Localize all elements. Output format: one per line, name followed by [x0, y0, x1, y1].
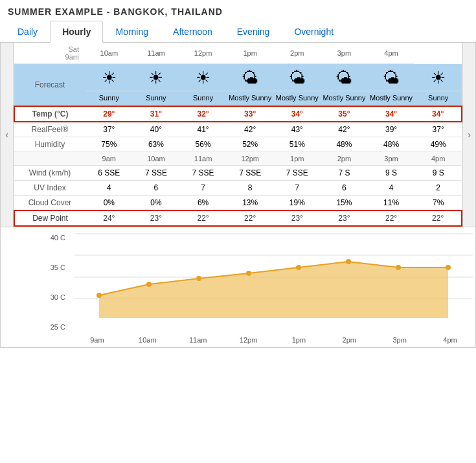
cond-10am: Sunny	[133, 91, 180, 107]
hum-2pm: 48%	[321, 137, 368, 152]
th2-10am: 10am	[133, 152, 180, 166]
dew-9am: 24°	[85, 210, 133, 226]
uv-12pm: 8	[227, 181, 274, 196]
tab-daily[interactable]: Daily	[5, 21, 50, 43]
x-label-10am: 10am	[122, 336, 173, 344]
cloud-12pm: 13%	[227, 196, 274, 211]
time-header-12pm: 12pm	[179, 43, 227, 64]
tab-evening[interactable]: Evening	[225, 21, 282, 43]
tab-afternoon[interactable]: Afternoon	[161, 21, 225, 43]
dew-3pm: 22°	[368, 210, 415, 226]
uv-4pm: 2	[414, 181, 462, 196]
temp-row: Temp (°C) 29° 31° 32° 33° 34° 35° 34° 34…	[14, 106, 462, 122]
th2-11am: 11am	[179, 152, 227, 166]
cond-3pm: Mostly Sunny	[368, 91, 415, 107]
cloud-row: Cloud Cover 0% 0% 6% 13% 19% 15% 11% 7%	[14, 196, 462, 211]
cond-2pm: Mostly Sunny	[321, 91, 368, 107]
th2-12pm: 12pm	[227, 152, 274, 166]
cloud-label: Cloud Cover	[14, 196, 85, 211]
realfeel-row: RealFeel® 37° 40° 41° 42° 43° 42° 39° 37…	[14, 122, 462, 137]
wind-4pm: 9 S	[414, 166, 462, 181]
forecast-icon-row: Forecast ☀ ☀ ☀ 🌤 🌤 🌤 🌤 ☀	[14, 64, 462, 91]
wx-icon-1pm: 🌤	[274, 64, 321, 91]
time-header-1pm: 1pm	[227, 43, 274, 64]
time-header-2pm: 2pm	[274, 43, 321, 64]
rf-1pm: 43°	[274, 122, 321, 137]
rf-9am: 37°	[85, 122, 133, 137]
hum-11am: 56%	[179, 137, 227, 152]
rf-12pm: 42°	[227, 122, 274, 137]
temp-3pm: 34°	[368, 106, 415, 122]
th2-1pm: 1pm	[274, 152, 321, 166]
y-label-25: 25 C	[1, 323, 65, 331]
uv-2pm: 6	[321, 181, 368, 196]
wx-icon-11am: ☀	[179, 64, 227, 91]
datapoint-10am	[146, 282, 152, 287]
table-section: ‹ Sat 9am 10am 11am 12pm 1pm 2pm 3pm 4pm	[1, 43, 475, 227]
wx-icon-10am: ☀	[133, 64, 180, 91]
tab-hourly[interactable]: Hourly	[50, 21, 103, 43]
hum-4pm: 49%	[414, 137, 462, 152]
temp-label: Temp (°C)	[14, 106, 85, 122]
temperature-chart: 40 C 35 C 30 C 25 C	[1, 227, 475, 347]
wind-label: Wind (km/h)	[14, 166, 85, 181]
tab-morning[interactable]: Morning	[103, 21, 161, 43]
weather-data-table: Sat 9am 10am 11am 12pm 1pm 2pm 3pm 4pm F…	[14, 43, 462, 227]
uv-3pm: 4	[368, 181, 415, 196]
rf-4pm: 37°	[414, 122, 462, 137]
wx-icon-3pm: 🌤	[368, 64, 415, 91]
cond-1pm: Mostly Sunny	[274, 91, 321, 107]
uv-9am: 4	[85, 181, 133, 196]
chart-x-labels: 9am 10am 11am 12pm 1pm 2pm 3pm 4pm	[72, 336, 475, 347]
uv-label: UV Index	[14, 181, 85, 196]
cond-11am: Sunny	[179, 91, 227, 107]
wx-icon-2pm: 🌤	[321, 64, 368, 91]
cond-4pm: Sunny	[414, 91, 462, 107]
x-label-12pm: 12pm	[223, 336, 274, 344]
datapoint-2pm	[346, 259, 351, 264]
wind-11am: 7 SSE	[179, 166, 227, 181]
wind-row: Wind (km/h) 6 SSE 7 SSE 7 SSE 7 SSE 7 SS…	[14, 166, 462, 181]
y-label-35: 35 C	[1, 264, 65, 271]
time-header-10am: 10am	[85, 43, 133, 64]
tab-overnight[interactable]: Overnight	[282, 21, 346, 43]
wind-1pm: 7 SSE	[274, 166, 321, 181]
rf-3pm: 39°	[368, 122, 415, 137]
wx-icon-4pm: ☀	[414, 64, 462, 91]
dew-label: Dew Point	[14, 210, 85, 226]
rf-10am: 40°	[133, 122, 180, 137]
cloud-3pm: 11%	[368, 196, 415, 211]
x-label-1pm: 1pm	[274, 336, 324, 344]
nav-left-button[interactable]: ‹	[1, 43, 14, 227]
hum-9am: 75%	[85, 137, 133, 152]
temp-4pm: 34°	[414, 106, 462, 122]
cloud-9am: 0%	[85, 196, 133, 211]
cond-12pm: Mostly Sunny	[227, 91, 274, 107]
hum-1pm: 51%	[274, 137, 321, 152]
date-label: Sat 9am	[14, 43, 85, 64]
datapoint-9am	[96, 293, 102, 298]
dew-10am: 23°	[133, 210, 180, 226]
hum-3pm: 48%	[368, 137, 415, 152]
uv-10am: 6	[133, 181, 180, 196]
dew-row: Dew Point 24° 23° 22° 22° 23° 23° 22° 22…	[14, 210, 462, 226]
wx-icon-9am: ☀	[85, 64, 133, 91]
hum-10am: 63%	[133, 137, 180, 152]
th2-3pm: 3pm	[368, 152, 415, 166]
temp-9am: 29°	[85, 106, 133, 122]
wind-3pm: 9 S	[368, 166, 415, 181]
dew-11am: 22°	[179, 210, 227, 226]
datapoint-4pm	[446, 265, 451, 270]
cloud-2pm: 15%	[321, 196, 368, 211]
wind-2pm: 7 S	[321, 166, 368, 181]
dew-4pm: 22°	[414, 210, 462, 226]
nav-right-button[interactable]: ›	[462, 43, 475, 227]
rf-2pm: 42°	[321, 122, 368, 137]
uv-row: UV Index 4 6 7 8 7 6 4 2	[14, 181, 462, 196]
x-label-11am: 11am	[173, 336, 223, 344]
time-header-3pm: 3pm	[321, 43, 368, 64]
th2-4pm: 4pm	[414, 152, 462, 166]
dew-2pm: 23°	[321, 210, 368, 226]
second-time-header: 9am 10am 11am 12pm 1pm 2pm 3pm 4pm	[14, 152, 462, 166]
uv-1pm: 7	[274, 181, 321, 196]
